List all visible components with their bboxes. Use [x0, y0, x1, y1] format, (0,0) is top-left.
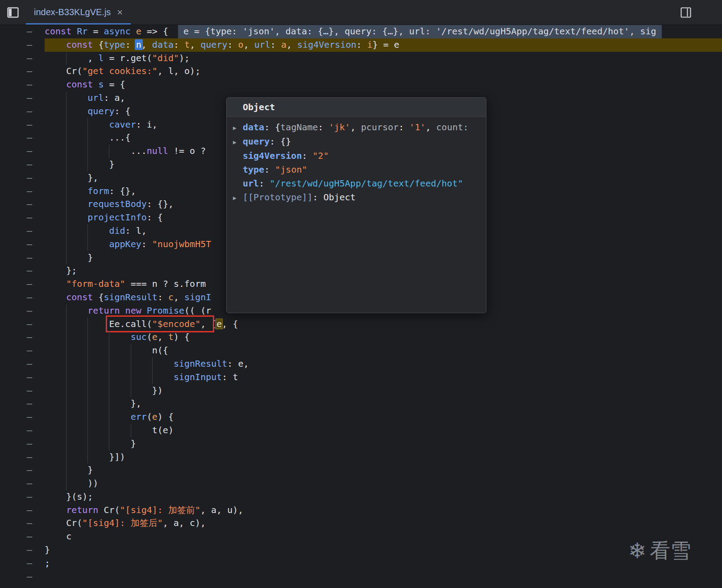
gutter-breakpoint-cell[interactable]: – — [0, 25, 45, 38]
gutter-breakpoint-cell[interactable]: – — [0, 570, 45, 584]
code-token: c — [66, 531, 71, 542]
gutter-breakpoint-cell[interactable]: – — [0, 277, 45, 291]
gutter-breakpoint-cell[interactable]: – — [0, 517, 45, 530]
code-token: err — [131, 411, 147, 422]
property-value: "json" — [275, 164, 307, 175]
tab-title: index-B33KLgVE.js — [34, 7, 111, 17]
toggle-right-panel-button[interactable] — [673, 0, 699, 25]
property-value: , — [350, 122, 361, 133]
gutter-breakpoint-cell[interactable]: – — [0, 52, 45, 65]
code-token: i — [367, 39, 373, 50]
gutter-breakpoint-cell[interactable]: – — [0, 224, 45, 238]
gutter-breakpoint-cell[interactable]: – — [0, 78, 45, 91]
code-token: "[sig4]: 加签前" — [120, 505, 200, 515]
expand-arrow-icon[interactable]: ▶ — [233, 191, 243, 205]
code-token: o — [238, 39, 244, 50]
indent-guide — [45, 477, 66, 490]
indent-guide — [66, 451, 87, 464]
toggle-left-panel-button[interactable] — [0, 0, 26, 25]
indent-guide — [87, 357, 109, 371]
expand-arrow-icon[interactable]: ▶ — [233, 135, 243, 149]
indent-guide — [109, 384, 130, 398]
gutter-breakpoint-cell[interactable]: – — [0, 91, 45, 105]
gutter-breakpoint-cell[interactable]: – — [0, 118, 45, 132]
gutter-breakpoint-cell[interactable]: – — [0, 65, 45, 78]
property-name: [[Prototype]] — [243, 192, 313, 203]
gutter-breakpoint-cell[interactable]: – — [0, 557, 45, 570]
gutter-breakpoint-cell[interactable]: – — [0, 451, 45, 464]
gutter-breakpoint-cell[interactable]: – — [0, 424, 45, 437]
indent-guide — [45, 517, 66, 530]
code-line: –; — [0, 557, 722, 570]
code-token: : {}, — [147, 199, 174, 209]
gutter-breakpoint-cell[interactable]: – — [0, 145, 45, 158]
file-tab[interactable]: index-B33KLgVE.js × — [26, 0, 131, 25]
gutter-breakpoint-cell[interactable]: – — [0, 384, 45, 398]
indent-guide — [45, 424, 66, 437]
code-text: signInput: t — [45, 371, 722, 384]
gutter-breakpoint-cell[interactable]: – — [0, 264, 45, 277]
gutter-breakpoint-cell[interactable]: – — [0, 543, 45, 557]
indent-guide — [66, 304, 87, 318]
gutter-breakpoint-cell[interactable]: – — [0, 397, 45, 410]
devtools-sources-panel: { "colors": { "tab_underline": "#4577c8"… — [0, 0, 722, 588]
gutter-breakpoint-cell[interactable]: – — [0, 318, 45, 331]
annotation-red-box: Ee.call("$encode", — [109, 319, 211, 329]
code-line: –)) — [0, 477, 722, 490]
inline-eval-widget: e = {type: 'json', data: {…}, query: {…}… — [178, 25, 662, 38]
indent-guide — [109, 437, 130, 451]
code-text: n({ — [45, 344, 722, 357]
code-token: , — [174, 292, 184, 302]
code-token: const — [66, 79, 98, 90]
code-line: –err(e) { — [0, 410, 722, 424]
gutter-breakpoint-cell[interactable]: – — [0, 158, 45, 171]
gutter-breakpoint-cell[interactable]: – — [0, 238, 45, 251]
code-line: –t(e) — [0, 424, 722, 437]
gutter-breakpoint-cell[interactable]: – — [0, 357, 45, 371]
code-token: ; — [45, 558, 50, 568]
gutter-breakpoint-cell[interactable]: – — [0, 198, 45, 211]
gutter-breakpoint-cell[interactable]: – — [0, 490, 45, 504]
code-token: Ee.call( — [109, 319, 152, 329]
code-text: const Rr = async e => {e = {type: 'json'… — [45, 25, 722, 38]
gutter-breakpoint-cell[interactable]: – — [0, 185, 45, 198]
code-token: : {}, — [109, 186, 136, 196]
indent-guide — [109, 397, 130, 410]
code-token: "form-data" — [66, 278, 125, 289]
gutter-breakpoint-cell[interactable]: – — [0, 530, 45, 543]
gutter-breakpoint-cell[interactable]: – — [0, 171, 45, 185]
gutter-breakpoint-cell[interactable]: – — [0, 504, 45, 517]
gutter-breakpoint-cell[interactable]: – — [0, 291, 45, 304]
object-property-row: ▶query: {} — [227, 135, 486, 149]
indent-guide — [45, 464, 66, 477]
object-property-row: ▶data: {tagName: 'jk', pcursor: '1', cou… — [227, 120, 486, 135]
code-token: ) { — [158, 411, 174, 422]
gutter-breakpoint-cell[interactable]: – — [0, 105, 45, 118]
gutter-breakpoint-cell[interactable]: – — [0, 410, 45, 424]
object-property-row: sig4Version: "2" — [227, 149, 486, 163]
indent-guide — [109, 145, 130, 158]
code-token: async — [104, 26, 136, 37]
code-token: s — [98, 79, 109, 90]
expand-arrow-icon[interactable]: ▶ — [233, 121, 243, 135]
gutter-breakpoint-cell[interactable]: – — [0, 131, 45, 145]
gutter-breakpoint-cell[interactable]: – — [0, 251, 45, 265]
gutter-breakpoint-cell[interactable]: – — [0, 371, 45, 384]
gutter-breakpoint-cell[interactable]: – — [0, 437, 45, 451]
gutter-breakpoint-cell[interactable]: – — [0, 464, 45, 477]
gutter-breakpoint-cell[interactable]: – — [0, 331, 45, 344]
indent-guide — [87, 437, 109, 451]
code-line: –const {type: n, data: t, query: o, url:… — [0, 38, 722, 52]
indent-guide — [66, 198, 87, 211]
code-token: } — [109, 159, 114, 170]
gutter-breakpoint-cell[interactable]: – — [0, 38, 45, 52]
gutter-breakpoint-cell[interactable]: – — [0, 211, 45, 224]
indent-guide — [45, 238, 66, 251]
gutter-breakpoint-cell[interactable]: – — [0, 304, 45, 318]
tab-close-icon[interactable]: × — [117, 8, 123, 17]
indent-guide — [152, 357, 174, 371]
indent-guide — [45, 318, 66, 331]
gutter-breakpoint-cell[interactable]: – — [0, 477, 45, 490]
property-colon: : — [270, 136, 280, 147]
gutter-breakpoint-cell[interactable]: – — [0, 344, 45, 357]
